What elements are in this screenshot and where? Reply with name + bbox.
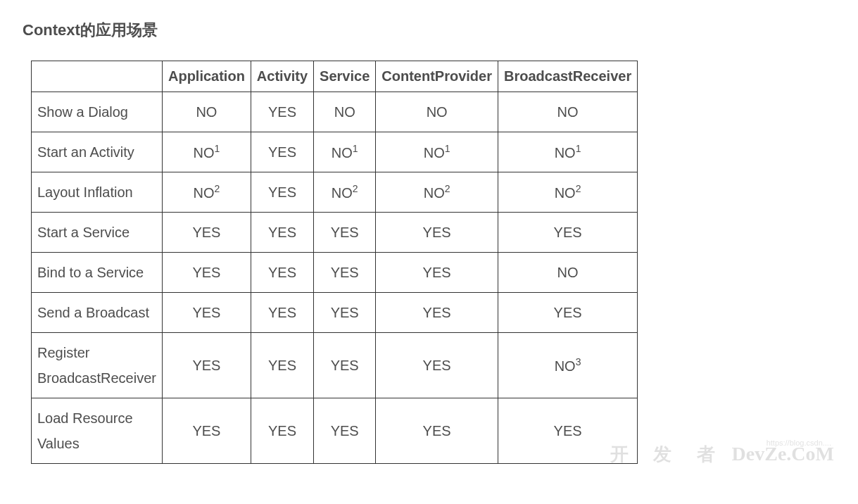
table-header-row: ApplicationActivityServiceContentProvide… xyxy=(32,61,638,92)
watermark: https://blog.csdn.... 开 发 者 DevZe.CoM xyxy=(610,439,835,464)
table-cell: NO3 xyxy=(498,333,637,398)
table-row-label: Bind to a Service xyxy=(32,253,163,293)
table-cell: YES xyxy=(251,92,313,132)
table-cell: YES xyxy=(251,172,313,213)
table-cell: NO xyxy=(376,92,498,132)
table-cell: YES xyxy=(498,398,637,464)
table-cell: NO2 xyxy=(162,172,251,213)
table-cell: NO1 xyxy=(498,132,637,172)
table-row: Layout InflationNO2YESNO2NO2NO2 xyxy=(32,172,638,213)
table-cell: YES xyxy=(314,213,376,253)
table-cell: YES xyxy=(162,333,251,398)
table-cell: NO xyxy=(314,92,376,132)
table-cell: YES xyxy=(314,398,376,464)
table-cell: YES xyxy=(251,398,313,464)
table-row-label: RegisterBroadcastReceiver xyxy=(32,333,163,398)
table-row-label: Start an Activity xyxy=(32,132,163,172)
table-cell: YES xyxy=(251,213,313,253)
table-row: Show a DialogNOYESNONONO xyxy=(32,92,638,132)
table-row: RegisterBroadcastReceiverYESYESYESYESNO3 xyxy=(32,333,638,398)
table-column-header: ContentProvider xyxy=(376,61,498,92)
table-cell: YES xyxy=(251,132,313,172)
context-usage-table: ApplicationActivityServiceContentProvide… xyxy=(31,61,638,464)
table-cell: YES xyxy=(376,333,498,398)
table-cell: NO2 xyxy=(376,172,498,213)
watermark-brand-en: DevZe.CoM xyxy=(732,444,834,464)
table-row: Start a ServiceYESYESYESYESYES xyxy=(32,213,638,253)
table-cell: YES xyxy=(376,293,498,333)
watermark-url: https://blog.csdn.... xyxy=(610,439,831,447)
table-cell: YES xyxy=(251,293,313,333)
table-cell: YES xyxy=(376,398,498,464)
table-cell: YES xyxy=(251,333,313,398)
table-cell: NO1 xyxy=(314,132,376,172)
table-row: Start an ActivityNO1YESNO1NO1NO1 xyxy=(32,132,638,172)
table-column-header: Service xyxy=(314,61,376,92)
table-row-label: Start a Service xyxy=(32,213,163,253)
table-cell: NO1 xyxy=(162,132,251,172)
table-cell: NO xyxy=(162,92,251,132)
section-heading: Context的应用场景 xyxy=(23,20,835,41)
table-row-label: Send a Broadcast xyxy=(32,293,163,333)
table-cell: YES xyxy=(162,253,251,293)
table-row: Bind to a ServiceYESYESYESYESNO xyxy=(32,253,638,293)
table-corner-cell xyxy=(32,61,163,92)
table-cell: NO xyxy=(498,253,637,293)
table-row: Load ResourceValuesYESYESYESYESYES xyxy=(32,398,638,464)
table-cell: YES xyxy=(498,293,637,333)
table-row-label: Load ResourceValues xyxy=(32,398,163,464)
table-row-label: Layout Inflation xyxy=(32,172,163,213)
table-cell: YES xyxy=(314,333,376,398)
table-cell: YES xyxy=(376,253,498,293)
table-cell: NO2 xyxy=(314,172,376,213)
table-cell: YES xyxy=(162,213,251,253)
table-cell: NO2 xyxy=(498,172,637,213)
table-row: Send a BroadcastYESYESYESYESYES xyxy=(32,293,638,333)
table-cell: YES xyxy=(376,213,498,253)
table-column-header: BroadcastReceiver xyxy=(498,61,637,92)
table-cell: YES xyxy=(251,253,313,293)
table-cell: YES xyxy=(314,293,376,333)
table-cell: YES xyxy=(162,398,251,464)
table-row-label: Show a Dialog xyxy=(32,92,163,132)
table-cell: NO1 xyxy=(376,132,498,172)
table-cell: YES xyxy=(314,253,376,293)
table-cell: YES xyxy=(498,213,637,253)
table-column-header: Application xyxy=(162,61,251,92)
table-cell: NO xyxy=(498,92,637,132)
table-cell: YES xyxy=(162,293,251,333)
table-column-header: Activity xyxy=(251,61,313,92)
table-container: ApplicationActivityServiceContentProvide… xyxy=(23,61,835,464)
